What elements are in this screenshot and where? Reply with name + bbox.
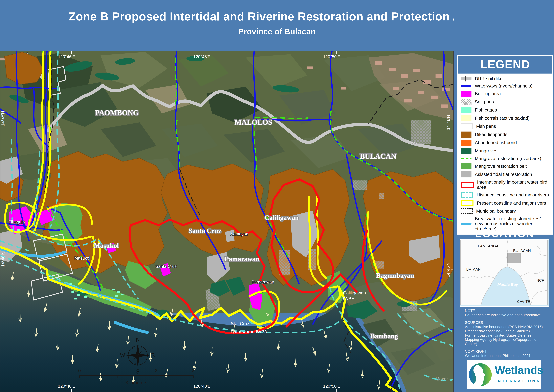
copyright-heading: COPYRIGHT <box>465 349 545 354</box>
annotation-caliligawan-iwba-line1: Caliligawan <box>343 290 366 295</box>
annotation-sta-cruz-iwba-line2: Pamawaran IWBA <box>231 329 267 334</box>
location-inset-map: PAMPANGA BULACAN BATAAN NCR CAVITE Manil… <box>460 239 549 307</box>
scale-tick-2: 2 <box>155 368 157 373</box>
lat-label-right-1: 14°48'N <box>446 115 451 130</box>
compass-e: E <box>151 352 155 359</box>
iwba-swatch-icon <box>461 182 474 188</box>
waterways-swatch-icon <box>461 85 471 87</box>
legend-item-fish-cages: Fish cages <box>461 107 549 113</box>
breakwater-swatch-icon <box>461 223 471 225</box>
legend-item-assisted-tidal-flat: Asissted tidal flat restoration <box>461 171 549 177</box>
legend-item-fish-corrals: Fish corrals (active baklad) <box>461 115 549 121</box>
inset-zone-rectangle <box>507 253 521 263</box>
lon-label-top-1: 120°46'E <box>58 54 75 59</box>
annotation-sta-cruz-iwba-line1: Sta. Cruz - <box>231 321 252 326</box>
historical-coastline-swatch-icon <box>461 192 473 198</box>
fish-cages-swatch-icon <box>461 107 471 113</box>
wetlands-international-logo: Wetlands INTERNATIONAL <box>467 360 541 389</box>
lat-label-right-2: 14°46'N <box>446 262 451 277</box>
mangroves-swatch-icon <box>461 148 471 154</box>
map-label-bambang: Bambang <box>370 332 398 340</box>
source-line: Present-day coastline (Google Satellite) <box>465 329 545 333</box>
map-label-santa-cruz-village: Santa Cruz <box>155 264 177 269</box>
legend-item-municipal-boundary: Municipal boundary <box>461 208 549 214</box>
source-line: Mapping Agency Hydrographic/Topographic <box>465 337 545 342</box>
fish-corrals-swatch-icon <box>461 115 471 121</box>
map-canvas: PAOMBONG MALOLOS BULACAN Masukol Santa C… <box>0 51 454 392</box>
map-label-paombong: PAOMBONG <box>95 109 139 117</box>
map-label-pamarawan: Pamarawan <box>225 255 259 263</box>
compass-w: W <box>120 352 125 359</box>
source-line: Former coastline (United States Defense <box>465 333 545 337</box>
legend-item-fish-pens: Fish pens <box>461 123 549 129</box>
legend-item-iwba: Internationally important water bird are… <box>461 180 549 190</box>
legend-item-historical-coastline: Historical coastline and major rivers <box>461 192 549 198</box>
legend-item-built-up: Built-up area <box>461 91 549 97</box>
notes-block: NOTE Boundaries are indicative and not a… <box>465 309 545 358</box>
logo-brand: Wetlands <box>495 364 543 377</box>
legend-item-abandoned-fishpond: Abandoned fishpond <box>461 140 549 146</box>
map-label-pamarawan-village: Pamarawan <box>252 280 274 284</box>
note-heading: NOTE <box>465 309 545 313</box>
inset-label-manila-bay: Manila Bay <box>497 282 518 287</box>
inset-label-bulacan: BULACAN <box>513 249 531 253</box>
lon-label-bottom-3: 120°50'E <box>323 384 340 389</box>
scale-tick-1: 1 <box>117 368 119 373</box>
legend: LEGEND DRR soil dike Waterways (rivers/c… <box>457 55 553 235</box>
map-label-malolos: MALOLOS <box>235 118 272 126</box>
diked-fishponds-swatch-icon <box>461 132 471 138</box>
location-title: LOCATION <box>457 227 552 240</box>
compass-n: N <box>136 336 140 343</box>
lon-label-bottom-1: 120°46'E <box>58 384 75 389</box>
compass-s: S <box>136 368 139 375</box>
source-line: Administrative boundaries (PSA-NAMRIA 20… <box>465 325 545 329</box>
source-line: Center) <box>465 342 545 346</box>
annotation-caliligawan-iwba-line2: IWBA <box>343 296 354 301</box>
legend-item-mangrove-restoration-belt: Mangrove restoration belt <box>461 163 549 169</box>
lon-label-top-3: 120°50'E <box>323 54 340 59</box>
legend-item-present-coastline: Present coastline and major rivers <box>461 200 549 206</box>
side-panel: LEGEND DRR soil dike Waterways (rivers/c… <box>454 0 554 392</box>
map-label-bulacan: BULACAN <box>360 152 396 160</box>
map-label-namayan: Namayan <box>230 232 248 236</box>
imagery-watermark: Maxar <box>436 377 448 381</box>
abandoned-fishpond-swatch-icon <box>461 140 471 146</box>
drr-soil-dike-swatch-icon <box>461 77 471 80</box>
lon-label-top-2: 120°48'E <box>193 54 210 59</box>
lat-label-left-2: 14°46'N <box>1 252 5 267</box>
scale-unit: Kilometers <box>125 380 147 385</box>
lat-label-left-1: 14°48'N <box>1 111 5 126</box>
assisted-tidal-flat-swatch-icon <box>461 171 471 177</box>
built-up-swatch-icon <box>461 91 471 97</box>
map-label-bagumbayan: Bagumbayan <box>376 272 414 279</box>
legend-item-salt-pans: Salt pans <box>461 99 549 105</box>
map-label-santa-cruz: Santa Cruz <box>189 227 221 234</box>
scale-tick-3: 3 <box>192 368 194 373</box>
legend-item-waterways: Waterways (rivers/channels) <box>461 84 549 89</box>
lon-label-bottom-2: 120°48'E <box>193 384 210 389</box>
legend-item-mangroves: Mangroves <box>461 148 549 154</box>
map-label-tibaguin: Tibaguin <box>9 220 25 224</box>
inset-label-pampanga: PAMPANGA <box>478 244 499 248</box>
inset-label-bataan: BATAAN <box>466 267 481 271</box>
sources-heading: SOURCES <box>465 321 545 325</box>
note-body: Boundaries are indicative and not author… <box>465 313 545 317</box>
present-coastline-swatch-icon <box>461 200 473 206</box>
map-label-masukol: Masukol <box>94 242 119 249</box>
logo-brand-sub: INTERNATIONAL <box>495 379 544 383</box>
legend-item-mangrove-restoration-riverbank: Mangrove restoration (riverbank) <box>461 156 549 161</box>
mangrove-restoration-riverbank-swatch-icon <box>461 158 471 159</box>
salt-pans-swatch-icon <box>461 99 471 105</box>
mangrove-restoration-belt-swatch-icon <box>461 163 471 169</box>
map-poster: { "header": { "title": "Zone B Proposed … <box>0 0 554 392</box>
map-svg: PAOMBONG MALOLOS BULACAN Masukol Santa C… <box>0 51 454 392</box>
legend-item-diked-fishponds: Diked fishponds <box>461 132 549 138</box>
copyright-body: Wetlands International Philippines, 2021 <box>465 354 545 358</box>
inset-label-cavite: CAVITE <box>517 300 530 304</box>
legend-title: LEGEND <box>458 56 552 74</box>
legend-item-drr-soil-dike: DRR soil dike <box>461 76 549 81</box>
wetlands-logo-icon <box>467 360 494 389</box>
inset-label-ncr: NCR <box>536 278 544 282</box>
fish-pens-swatch-icon <box>461 123 473 129</box>
scale-tick-0: 0 <box>78 368 81 373</box>
